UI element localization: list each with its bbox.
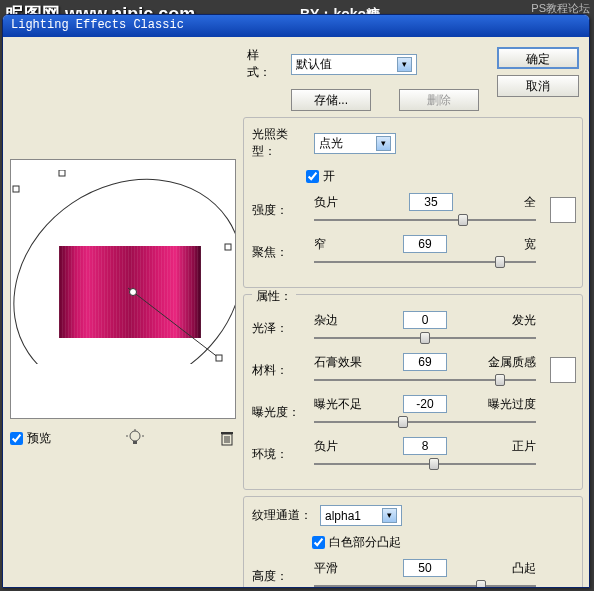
preview-box[interactable]	[10, 159, 236, 419]
gloss-label: 光泽：	[252, 320, 306, 337]
white-high-label: 白色部分凸起	[329, 534, 401, 551]
light-ellipse[interactable]	[11, 170, 235, 364]
style-label: 样式：	[247, 47, 281, 81]
height-slider[interactable]	[314, 579, 536, 588]
ambience-label: 环境：	[252, 446, 306, 463]
focus-label: 聚焦：	[252, 244, 306, 261]
intensity-label: 强度：	[252, 202, 306, 219]
lighting-effects-dialog: Lighting Effects Classic	[2, 14, 590, 588]
material-input[interactable]	[403, 353, 447, 371]
focus-slider[interactable]	[314, 255, 536, 269]
light-color-swatch[interactable]	[550, 197, 576, 223]
focus-input[interactable]	[403, 235, 447, 253]
gloss-slider[interactable]	[314, 331, 536, 345]
preview-label: 预览	[27, 430, 51, 447]
save-button[interactable]: 存储...	[291, 89, 371, 111]
svg-rect-11	[221, 432, 233, 434]
chevron-down-icon: ▾	[397, 57, 412, 72]
cancel-button[interactable]: 取消	[497, 75, 579, 97]
texture-channel-label: 纹理通道：	[252, 507, 312, 524]
chevron-down-icon: ▾	[382, 508, 397, 523]
svg-point-6	[130, 431, 140, 441]
chevron-down-icon: ▾	[376, 136, 391, 151]
light-on-checkbox[interactable]: 开	[306, 168, 576, 185]
light-type-select[interactable]: 点光▾	[314, 133, 396, 154]
ok-button[interactable]: 确定	[497, 47, 579, 69]
intensity-slider[interactable]	[314, 213, 536, 227]
light-type-fieldset: 光照类型： 点光▾ 开 强度： 负片 全	[243, 117, 583, 288]
svg-line-4	[128, 288, 219, 358]
svg-rect-3	[59, 170, 65, 176]
svg-point-0	[11, 170, 235, 364]
light-center-handle[interactable]	[129, 288, 137, 296]
svg-rect-1	[13, 186, 19, 192]
delete-button: 删除	[399, 89, 479, 111]
lightbulb-icon[interactable]	[126, 429, 144, 447]
light-type-label: 光照类型：	[252, 126, 306, 160]
height-label: 高度：	[252, 568, 306, 585]
svg-rect-5	[216, 355, 222, 361]
exposure-slider[interactable]	[314, 415, 536, 429]
texture-fieldset: 纹理通道： alpha1▾ 白色部分凸起 高度： 平滑 凸起	[243, 496, 583, 588]
material-slider[interactable]	[314, 373, 536, 387]
ambience-input[interactable]	[403, 437, 447, 455]
dialog-titlebar[interactable]: Lighting Effects Classic	[3, 15, 589, 37]
gloss-input[interactable]	[403, 311, 447, 329]
properties-title: 属性：	[252, 288, 296, 305]
properties-fieldset: 属性： 光泽： 杂边 发光 材料：	[243, 294, 583, 490]
preview-checkbox[interactable]: 预览	[10, 430, 51, 447]
texture-channel-select[interactable]: alpha1▾	[320, 505, 402, 526]
light-on-label: 开	[323, 168, 335, 185]
style-select[interactable]: 默认值▾	[291, 54, 417, 75]
exposure-label: 曝光度：	[252, 404, 306, 421]
svg-rect-2	[225, 244, 231, 250]
white-high-checkbox[interactable]: 白色部分凸起	[312, 534, 576, 551]
trash-icon[interactable]	[218, 429, 236, 447]
height-input[interactable]	[403, 559, 447, 577]
material-label: 材料：	[252, 362, 306, 379]
exposure-input[interactable]	[403, 395, 447, 413]
ambience-color-swatch[interactable]	[550, 357, 576, 383]
preview-panel: 预览	[9, 45, 237, 588]
intensity-input[interactable]	[409, 193, 453, 211]
ambience-slider[interactable]	[314, 457, 536, 471]
